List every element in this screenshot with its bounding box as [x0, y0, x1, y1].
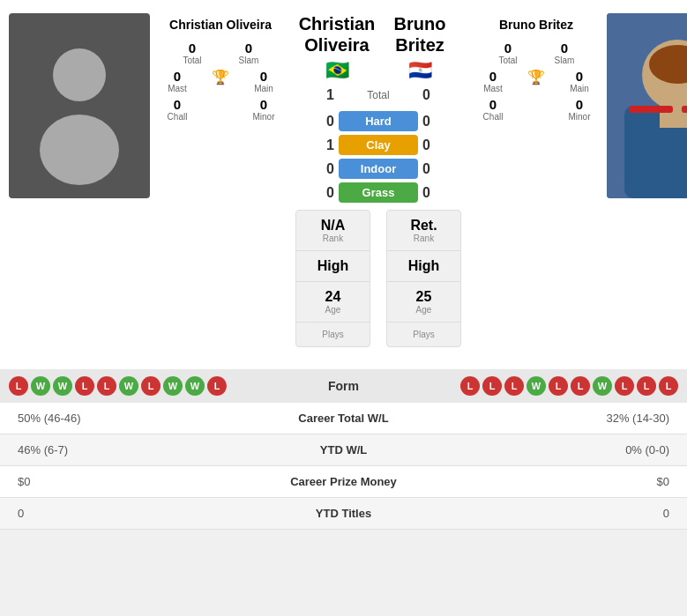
stats-center-label: YTD Titles	[227, 498, 460, 530]
left-slam-stat: 0 Slam	[222, 41, 275, 65]
left-minor-value: 0	[260, 97, 267, 112]
left-trophy: 🏆	[207, 69, 234, 93]
right-main-label: Main	[570, 84, 589, 93]
right-mast-label: Mast	[483, 84, 503, 93]
indoor-button[interactable]: Indoor	[339, 159, 418, 179]
clay-row: 1 Clay 0	[291, 135, 466, 155]
form-badge-left: W	[185, 376, 205, 396]
stats-row: 0YTD Titles0	[0, 498, 687, 530]
left-chall-stat: 0 Chall	[151, 97, 204, 122]
stats-row: 46% (6-7)YTD W/L0% (0-0)	[0, 434, 687, 466]
main-container: Christian Oliveira 0 Total 0 Slam 0 Mast…	[0, 0, 687, 530]
right-rank-row: Ret. Rank	[387, 211, 460, 251]
form-badge-left: W	[53, 376, 72, 396]
right-trophy: 🏆	[523, 69, 549, 93]
career-stats-table: 50% (46-46)Career Total W/L32% (14-30)46…	[0, 403, 687, 530]
right-slam-label: Slam	[555, 56, 575, 65]
left-rank-value: N/A	[301, 218, 365, 234]
left-chall-value: 0	[174, 97, 181, 112]
form-badge-left: W	[163, 376, 183, 396]
left-age-value: 24	[301, 289, 365, 305]
stats-row: $0Career Prize Money$0	[0, 466, 687, 498]
form-badge-right: L	[571, 376, 590, 396]
left-main-value: 0	[260, 69, 267, 84]
form-badge-left: L	[141, 376, 161, 396]
left-age-row: 24 Age	[296, 282, 370, 323]
left-total-label: Total	[183, 56, 201, 65]
right-player-name: Bruno Britez	[499, 18, 573, 32]
right-form-badges: LLLWLLWLLL	[460, 376, 678, 396]
stats-right-val: 0% (0-0)	[460, 434, 687, 466]
right-age-label: Age	[392, 305, 456, 315]
left-trophy-icon: 🏆	[212, 69, 229, 85]
right-minor-label: Minor	[568, 112, 590, 122]
left-rank-row: N/A Rank	[296, 211, 370, 251]
form-section: LWWLLWLWWL Form LLLWLLWLLL	[0, 369, 687, 403]
svg-rect-5	[660, 101, 687, 128]
form-badge-right: L	[615, 376, 634, 396]
left-age-label: Age	[301, 305, 365, 315]
right-clay-score: 0	[422, 137, 449, 153]
right-plays-label: Plays	[392, 330, 456, 339]
left-main-label: Main	[254, 84, 273, 93]
left-chall-label: Chall	[168, 112, 188, 122]
left-total-value: 0	[189, 41, 196, 56]
svg-point-0	[53, 48, 106, 101]
right-high-row: High	[387, 251, 460, 282]
right-chall-value: 0	[489, 97, 497, 112]
right-rank-value: Ret.	[392, 218, 456, 234]
left-grass-score: 0	[308, 185, 334, 201]
right-minor-stat: 0 Minor	[553, 97, 606, 122]
top-section: Christian Oliveira 0 Total 0 Slam 0 Mast…	[0, 0, 687, 360]
right-plays-row: Plays	[387, 323, 460, 346]
left-mast-stat: 0 Mast	[151, 69, 204, 93]
stats-left-val: $0	[0, 466, 227, 498]
left-clay-score: 1	[308, 137, 334, 153]
form-badge-right: L	[637, 376, 656, 396]
grass-button[interactable]: Grass	[339, 182, 418, 203]
stats-center-label: Career Prize Money	[227, 466, 460, 498]
stats-center-label: YTD W/L	[227, 434, 460, 466]
clay-button[interactable]: Clay	[339, 135, 418, 155]
stats-center-label: Career Total W/L	[227, 403, 460, 434]
form-badge-left: W	[31, 376, 50, 396]
form-badge-left: L	[9, 376, 28, 396]
left-slam-label: Slam	[239, 56, 259, 65]
form-badge-right: L	[504, 376, 524, 396]
right-age-row: 25 Age	[387, 282, 460, 323]
left-player-info: Christian Oliveira 0 Total 0 Slam 0 Mast…	[150, 13, 291, 347]
form-badge-right: W	[526, 376, 546, 396]
right-indoor-score: 0	[422, 161, 449, 177]
left-rank-label: Rank	[301, 234, 365, 243]
right-high-value: High	[392, 258, 456, 274]
right-details-panel: Ret. Rank High 25 Age Plays	[386, 210, 461, 347]
right-minor-value: 0	[576, 97, 583, 112]
stats-left-val: 0	[0, 498, 227, 530]
hard-button[interactable]: Hard	[339, 111, 418, 131]
left-high-value: High	[301, 258, 365, 274]
left-minor-label: Minor	[252, 112, 274, 122]
stats-left-val: 50% (46-46)	[0, 403, 227, 434]
svg-rect-9	[682, 106, 687, 113]
left-slam-value: 0	[245, 41, 252, 56]
form-badge-right: L	[460, 376, 480, 396]
left-high-row: High	[296, 251, 370, 282]
right-mast-stat: 0 Mast	[467, 69, 519, 93]
right-age-value: 25	[392, 289, 456, 305]
center-section: Christian Oliveira 🇧🇷 Bruno Britez 🇵🇾 1 …	[291, 13, 466, 347]
form-badge-right: L	[549, 376, 568, 396]
left-mast-value: 0	[174, 69, 181, 84]
right-total-stat: 0 Total	[482, 41, 534, 65]
stats-right-val: $0	[460, 466, 687, 498]
right-main-stat: 0 Main	[553, 69, 606, 93]
hard-row: 0 Hard 0	[291, 111, 466, 131]
left-form-badges: LWWLLWLWWL	[9, 376, 227, 396]
form-badge-left: L	[97, 376, 116, 396]
right-slam-value: 0	[561, 41, 568, 56]
total-row: 1 Total 0	[291, 87, 466, 103]
right-total-label: Total	[498, 56, 517, 65]
form-badge-left: L	[207, 376, 227, 396]
form-badge-left: L	[75, 376, 94, 396]
right-player-stats: 0 Total 0 Slam 0 Mast 🏆 0 Main	[466, 41, 607, 122]
right-mast-value: 0	[489, 69, 497, 84]
